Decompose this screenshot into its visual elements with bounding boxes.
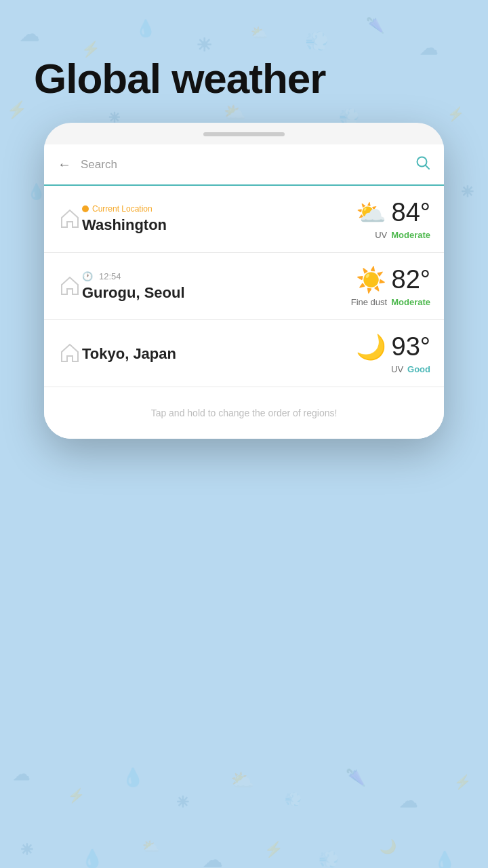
seoul-weather-icon: ☀️: [356, 268, 386, 292]
svg-text:🌂: 🌂: [346, 768, 366, 787]
phone-mockup: ← Search Current Location Washington: [44, 123, 444, 439]
washington-temperature: 84°: [392, 198, 430, 227]
svg-text:☁: ☁: [203, 850, 222, 868]
svg-text:☀: ☀: [176, 793, 190, 810]
seoul-dust-value: Moderate: [391, 297, 430, 307]
page-title: Global weather: [0, 0, 488, 123]
location-info-seoul: 🕐 12:54 Gurogu, Seoul: [82, 271, 351, 302]
seoul-city-name: Gurogu, Seoul: [82, 284, 351, 302]
svg-text:☁: ☁: [400, 791, 418, 811]
washington-weather: ⛅ 84° UV Moderate: [356, 198, 430, 240]
location-info-tokyo: Tokyo, Japan: [82, 344, 356, 363]
washington-weather-icon: ⛅: [356, 201, 386, 225]
location-item-seoul[interactable]: 🕐 12:54 Gurogu, Seoul ☀️ 82° Fine dust M…: [44, 253, 444, 320]
phone-notch: [203, 132, 285, 136]
seoul-weather: ☀️ 82° Fine dust Moderate: [351, 265, 430, 307]
washington-uv: UV Moderate: [375, 230, 430, 240]
svg-text:☀: ☀: [461, 183, 474, 200]
seoul-dust: Fine dust Moderate: [351, 297, 430, 307]
svg-text:⛅: ⛅: [230, 769, 254, 791]
seoul-dust-label: Fine dust: [351, 297, 387, 307]
clock-icon-seoul: 🕐: [82, 271, 93, 281]
washington-temp-row: ⛅ 84°: [356, 198, 430, 227]
tokyo-temp-row: 🌙 93°: [356, 332, 430, 361]
washington-uv-label: UV: [375, 230, 387, 240]
seoul-time-label: 12:54: [99, 271, 121, 281]
location-item-washington[interactable]: Current Location Washington ⛅ 84° UV Mod…: [44, 186, 444, 253]
svg-text:💧: 💧: [27, 182, 46, 201]
svg-text:💨: 💨: [285, 791, 302, 807]
tokyo-uv-label: UV: [391, 364, 403, 374]
tokyo-temperature: 93°: [392, 332, 430, 361]
svg-text:☀: ☀: [20, 841, 34, 858]
location-dot-icon: [82, 205, 89, 212]
location-item-tokyo[interactable]: Tokyo, Japan 🌙 93° UV Good: [44, 320, 444, 387]
svg-text:⚡: ⚡: [454, 774, 471, 790]
tokyo-weather: 🌙 93° UV Good: [356, 332, 430, 374]
svg-text:🌙: 🌙: [380, 838, 396, 854]
svg-text:☁: ☁: [14, 765, 30, 783]
tokyo-weather-icon: 🌙: [356, 335, 386, 359]
tokyo-uv-value: Good: [407, 364, 430, 374]
home-icon-washington: [58, 207, 82, 231]
phone-content: ← Search Current Location Washington: [44, 144, 444, 439]
search-icon[interactable]: [415, 155, 430, 174]
home-icon-seoul: [58, 274, 82, 298]
svg-text:💧: 💧: [81, 848, 104, 868]
seoul-time-tag: 🕐 12:54: [82, 271, 351, 281]
tokyo-city-name: Tokyo, Japan: [82, 345, 356, 363]
svg-text:💧: 💧: [122, 766, 144, 788]
svg-text:⚡: ⚡: [264, 840, 283, 859]
svg-text:💨: 💨: [319, 849, 339, 868]
search-input[interactable]: Search: [81, 158, 415, 172]
location-info-washington: Current Location Washington: [82, 204, 356, 234]
hint-text: Tap and hold to change the order of regi…: [44, 387, 444, 439]
svg-text:⚡: ⚡: [68, 787, 85, 804]
seoul-temperature: 82°: [392, 265, 430, 294]
tokyo-uv: UV Good: [391, 364, 430, 374]
back-button[interactable]: ←: [58, 157, 71, 172]
svg-line-44: [426, 165, 430, 170]
washington-city-name: Washington: [82, 216, 356, 234]
search-bar: ← Search: [44, 144, 444, 186]
home-icon-tokyo: [58, 341, 82, 366]
current-location-tag: Current Location: [82, 204, 356, 214]
current-location-label: Current Location: [92, 204, 152, 214]
svg-text:💧: 💧: [434, 850, 456, 868]
washington-uv-value: Moderate: [391, 230, 430, 240]
svg-text:⛅: ⛅: [142, 838, 159, 854]
seoul-temp-row: ☀️ 82°: [356, 265, 430, 294]
